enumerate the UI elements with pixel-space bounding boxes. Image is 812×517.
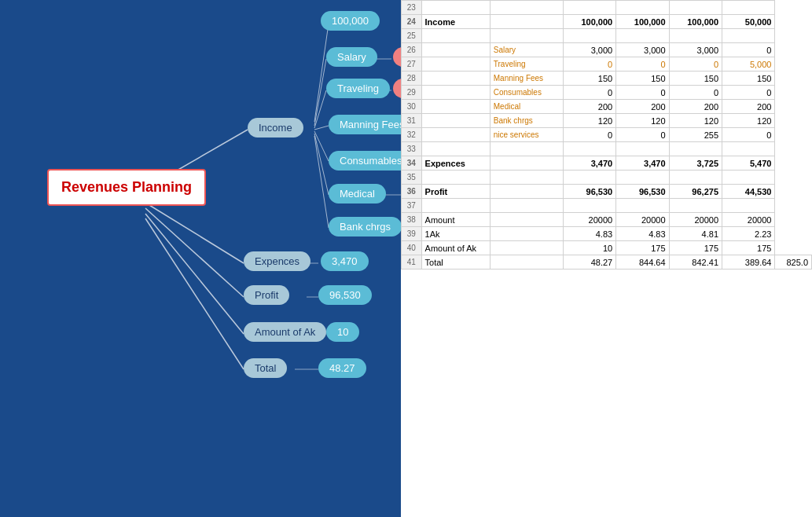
col-d [616,170,669,185]
table-row: 29Consumables0000 [402,86,812,100]
col-b [490,241,563,255]
col-d [616,1,669,15]
table-row: 27Traveling0005,000 [402,57,812,72]
col-f: 50,000 [722,15,775,29]
col-b: Medical [490,100,563,114]
row-number: 39 [402,227,422,241]
col-e [669,29,722,43]
col-e [669,170,722,185]
col-d: 120 [616,114,669,128]
col-b [490,1,563,15]
col-f: 150 [722,72,775,86]
col-b [490,255,563,270]
col-f [722,199,775,213]
col-d [616,199,669,213]
col-e [669,142,722,156]
table-row: 35 [402,170,812,185]
table-row: 34Expences3,4703,4703,7255,470 [402,156,812,170]
table-row: 38Amount20000200002000020000 [402,213,812,227]
row-number: 27 [402,57,422,72]
spreadsheet-panel: 2324Income100,000100,000100,00050,000252… [401,0,812,517]
top-value-node: 100,000 [321,11,380,31]
table-row: 391Ak4.834.834.812.23 [402,227,812,241]
col-d: 200 [616,100,669,114]
col-c: 4.83 [563,227,615,241]
col-f: 0 [722,43,775,57]
svg-line-6 [314,59,326,126]
row-number: 32 [402,128,422,142]
col-c: 0 [563,128,615,142]
col-e: 255 [669,128,722,142]
salary-node: Salary [326,47,377,67]
row-number: 33 [402,142,422,156]
col-c: 3,470 [563,156,615,170]
col-c: 0 [563,86,615,100]
col-a [421,100,490,114]
table-row: 32nice services002550 [402,128,812,142]
mindmap-panel: Revenues Planning Income 100,000 Salary … [0,0,401,517]
col-a [421,29,490,43]
col-b: Traveling [490,57,563,72]
col-b [490,29,563,43]
col-d: 3,470 [616,156,669,170]
col-e: 200 [669,100,722,114]
col-e [669,199,722,213]
col-c: 150 [563,72,615,86]
row-number: 24 [402,15,422,29]
col-a [421,128,490,142]
row-number: 34 [402,156,422,170]
svg-line-8 [314,126,329,130]
table-row: 31Bank chrgs120120120120 [402,114,812,128]
amount-of-ak-value-node: 10 [326,322,359,342]
col-a: Amount [421,213,490,227]
col-b: Salary [490,43,563,57]
col-c [563,1,615,15]
table-row: 28Manning Fees150150150150 [402,72,812,86]
col-c: 120 [563,114,615,128]
table-row: 33 [402,142,812,156]
col-e: 4.81 [669,227,722,241]
table-row: 37 [402,199,812,213]
col-a [421,43,490,57]
col-c [563,199,615,213]
svg-line-5 [314,24,329,122]
col-e: 175 [669,241,722,255]
row-number: 25 [402,29,422,43]
col-f: 5,000 [722,57,775,72]
col-c: 10 [563,241,615,255]
table-row: 36Profit96,53096,53096,27544,530 [402,185,812,199]
col-e: 150 [669,72,722,86]
col-a: Profit [421,185,490,199]
table-row: 41Total48.27844.64842.41389.64825.0 [402,255,812,270]
col-d: 0 [616,128,669,142]
col-d [616,142,669,156]
col-b [490,199,563,213]
profit-node: Profit [244,285,289,305]
row-number: 35 [402,170,422,185]
col-b: nice services [490,128,563,142]
col-f: 389.64 [722,255,775,270]
income-node: Income [248,118,303,138]
row-number: 28 [402,72,422,86]
col-f: 5,470 [722,156,775,170]
row-number: 38 [402,213,422,227]
col-c: 200 [563,100,615,114]
col-c: 96,530 [563,185,615,199]
col-e: 3,000 [669,43,722,57]
col-f: 44,530 [722,185,775,199]
col-f [722,142,775,156]
col-c: 20000 [563,213,615,227]
col-b [490,227,563,241]
svg-line-1 [145,203,244,263]
manning-fees-node: Manning Fees [329,115,401,134]
col-a [421,114,490,128]
col-a [421,1,490,15]
col-c: 48.27 [563,255,615,270]
total-node: Total [244,358,287,378]
col-e: 3,725 [669,156,722,170]
svg-line-10 [314,134,329,195]
col-d [616,29,669,43]
col-e: 0 [669,57,722,72]
col-c: 3,000 [563,43,615,57]
col-c: 100,000 [563,15,615,29]
